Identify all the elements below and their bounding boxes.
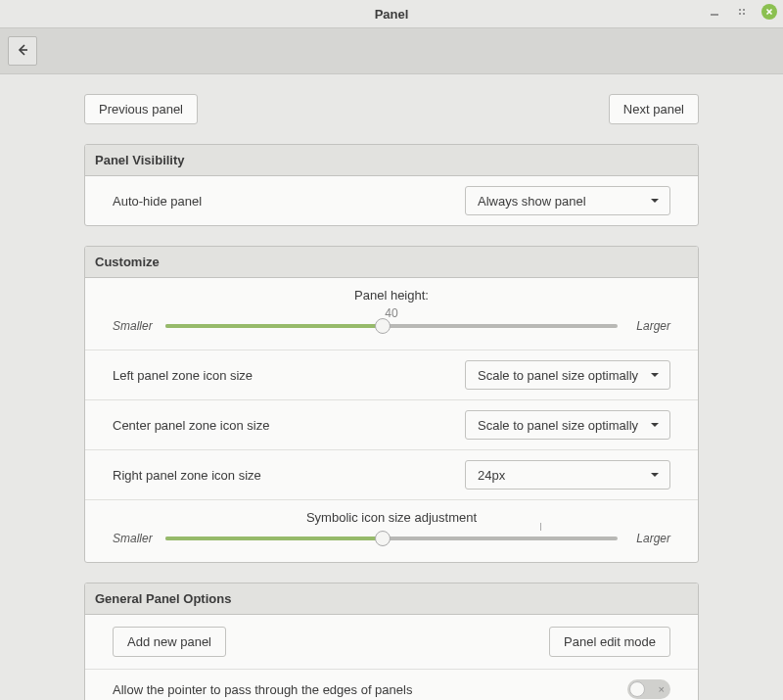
toggle-off-icon: × — [659, 683, 665, 695]
right-zone-combo[interactable]: 24px — [465, 460, 670, 490]
svg-point-2 — [743, 9, 745, 11]
arrow-left-icon — [15, 42, 30, 61]
general-options-section: General Panel Options Add new panel Pane… — [84, 583, 699, 700]
center-zone-combo[interactable]: Scale to panel size optimally — [465, 410, 670, 440]
symbolic-title: Symbolic icon size adjustment — [113, 510, 670, 525]
left-zone-combo[interactable]: Scale to panel size optimally — [465, 360, 670, 390]
svg-point-3 — [739, 13, 741, 15]
slider-fill — [165, 324, 383, 328]
left-zone-label: Left panel zone icon size — [113, 368, 253, 383]
slider-fill — [165, 537, 383, 540]
center-zone-label: Center panel zone icon size — [113, 418, 269, 433]
left-zone-row: Left panel zone icon size Scale to panel… — [85, 350, 698, 400]
general-buttons-row: Add new panel Panel edit mode — [85, 615, 698, 670]
chevron-down-icon — [650, 468, 660, 483]
content-area: Previous panel Next panel Panel Visibili… — [0, 74, 783, 700]
panel-edit-mode-button[interactable]: Panel edit mode — [549, 627, 670, 657]
panel-height-title: Panel height: — [113, 288, 670, 303]
section-header-customize: Customize — [85, 247, 698, 278]
combo-value: Scale to panel size optimally — [478, 368, 638, 383]
maximize-button[interactable] — [734, 4, 750, 20]
toolbar — [0, 27, 783, 74]
symbolic-slider[interactable] — [165, 529, 618, 548]
add-new-panel-button[interactable]: Add new panel — [113, 627, 226, 657]
combo-value: 24px — [478, 468, 505, 483]
section-header-general: General Panel Options — [85, 583, 698, 615]
center-zone-row: Center panel zone icon size Scale to pan… — [85, 400, 698, 450]
titlebar: Panel — [0, 0, 783, 27]
combo-value: Always show panel — [478, 194, 586, 209]
customize-section: Customize Panel height: 40 Smaller Large… — [84, 246, 699, 563]
close-button[interactable] — [761, 4, 777, 20]
slider-label-smaller: Smaller — [113, 532, 156, 545]
panel-height-slider-container: Smaller Larger — [113, 316, 670, 336]
combo-value: Scale to panel size optimally — [478, 418, 638, 433]
slider-label-smaller: Smaller — [113, 319, 156, 333]
chevron-down-icon — [650, 368, 660, 383]
pointer-passthrough-label: Allow the pointer to pass through the ed… — [113, 682, 412, 697]
chevron-down-icon — [650, 418, 660, 433]
panel-height-slider[interactable] — [165, 316, 618, 336]
back-button[interactable] — [8, 36, 37, 66]
section-header-visibility: Panel Visibility — [85, 145, 698, 176]
window-title: Panel — [375, 7, 409, 22]
symbolic-slider-container: Smaller Larger — [113, 529, 670, 548]
minimize-button[interactable] — [707, 4, 722, 20]
right-zone-row: Right panel zone icon size 24px — [85, 450, 698, 500]
svg-point-1 — [739, 9, 741, 11]
autohide-combo[interactable]: Always show panel — [465, 186, 670, 215]
window-controls — [707, 4, 777, 20]
panel-nav-row: Previous panel Next panel — [84, 94, 699, 124]
panel-visibility-section: Panel Visibility Auto-hide panel Always … — [84, 144, 699, 226]
next-panel-button[interactable]: Next panel — [609, 94, 699, 124]
previous-panel-button[interactable]: Previous panel — [84, 94, 198, 124]
autohide-label: Auto-hide panel — [113, 194, 202, 209]
right-zone-label: Right panel zone icon size — [113, 468, 261, 483]
slider-tick — [540, 523, 541, 531]
toggle-knob — [629, 681, 645, 697]
slider-label-larger: Larger — [627, 319, 670, 333]
pointer-passthrough-toggle[interactable]: × — [627, 679, 670, 699]
slider-thumb[interactable] — [375, 531, 391, 546]
svg-point-4 — [743, 13, 745, 15]
chevron-down-icon — [650, 194, 660, 209]
panel-height-row: Panel height: 40 Smaller Larger — [85, 278, 698, 350]
slider-label-larger: Larger — [627, 532, 670, 545]
symbolic-row: Symbolic icon size adjustment Smaller La… — [85, 500, 698, 562]
autohide-row: Auto-hide panel Always show panel — [85, 176, 698, 225]
slider-thumb[interactable] — [375, 318, 391, 334]
pointer-passthrough-row: Allow the pointer to pass through the ed… — [85, 670, 698, 700]
